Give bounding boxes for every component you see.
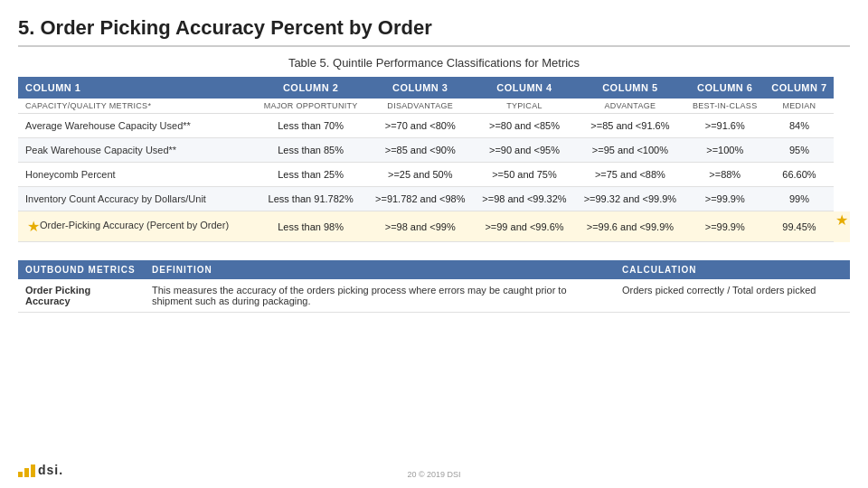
cell-3-0: Inventory Count Accuracy by Dollars/Unit	[18, 187, 255, 211]
bottom-cell-0-0: Order Picking Accuracy	[18, 279, 145, 313]
star-badge-left: ★	[27, 218, 40, 235]
cell-2-2: >=25 and 50%	[366, 163, 474, 187]
table-caption: Table 5. Quintile Performance Classifica…	[18, 56, 850, 70]
col1-header: COLUMN 1	[18, 77, 255, 99]
cell-4-5: >=99.9%	[685, 211, 765, 242]
star-badge: ★	[835, 211, 848, 229]
col2-header: COLUMN 2	[255, 77, 367, 99]
bottom-col3-header: CALCULATION	[615, 260, 850, 279]
page-number: 20 © 2019 DSI	[407, 470, 460, 479]
sub-col1: CAPACITY/QUALITY METRICS*	[18, 99, 255, 114]
cell-3-2: >=91.782 and <98%	[366, 187, 474, 211]
table-row: Average Warehouse Capacity Used**Less th…	[18, 114, 850, 138]
bottom-col2-header: DEFINITION	[145, 260, 615, 279]
table-subheader-row: CAPACITY/QUALITY METRICS* MAJOR OPPORTUN…	[18, 99, 850, 114]
footer-logo: dsi.	[18, 463, 63, 477]
cell-0-3: >=80 and <85%	[474, 114, 575, 138]
table-row: Inventory Count Accuracy by Dollars/Unit…	[18, 187, 850, 211]
col3-header: COLUMN 3	[366, 77, 474, 99]
sub-col2: MAJOR OPPORTUNITY	[255, 99, 367, 114]
bottom-cell-0-1: This measures the accuracy of the orders…	[145, 279, 615, 313]
cell-4-3: >=99 and <99.6%	[474, 211, 575, 242]
table-row: ★Order-Picking Accuracy (Percent by Orde…	[18, 211, 850, 242]
cell-0-2: >=70 and <80%	[366, 114, 474, 138]
bottom-section: OUTBOUND METRICS DEFINITION CALCULATION …	[18, 260, 850, 313]
cell-0-5: >=91.6%	[685, 114, 765, 138]
bottom-header-row: OUTBOUND METRICS DEFINITION CALCULATION	[18, 260, 850, 279]
footer: 20 © 2019 DSI	[0, 470, 868, 479]
sub-col5: ADVANTAGE	[575, 99, 685, 114]
col7-header: COLUMN 7	[765, 77, 835, 99]
cell-4-1: Less than 98%	[255, 211, 367, 242]
dsi-bar	[24, 468, 29, 477]
cell-1-1: Less than 85%	[255, 138, 367, 163]
cell-0-6: 84%	[765, 114, 835, 138]
sub-col6: BEST-IN-CLASS	[685, 99, 765, 114]
col5-header: COLUMN 5	[575, 77, 685, 99]
cell-4-6: 99.45%	[765, 211, 835, 242]
sub-col3: DISADVANTAGE	[366, 99, 474, 114]
dsi-bar	[31, 465, 35, 477]
cell-1-4: >=95 and <100%	[575, 138, 685, 163]
cell-0-4: >=85 and <91.6%	[575, 114, 685, 138]
cell-4-4: >=99.6 and <99.9%	[575, 211, 685, 242]
table-body: Average Warehouse Capacity Used**Less th…	[18, 114, 850, 242]
bottom-cell-0-2: Orders picked correctly / Total orders p…	[615, 279, 850, 313]
cell-4-0: ★Order-Picking Accuracy (Percent by Orde…	[18, 211, 255, 242]
cell-1-2: >=85 and <90%	[366, 138, 474, 163]
cell-3-3: >=98 and <99.32%	[474, 187, 575, 211]
cell-3-5: >=99.9%	[685, 187, 765, 211]
section-divider	[18, 45, 850, 47]
dsi-bar	[18, 472, 23, 477]
sub-col4: TYPICAL	[474, 99, 575, 114]
dsi-bars	[18, 465, 35, 477]
table-header-row: COLUMN 1 COLUMN 2 COLUMN 3 COLUMN 4 COLU…	[18, 77, 850, 99]
cell-1-6: 95%	[765, 138, 835, 163]
cell-2-3: >=50 and 75%	[474, 163, 575, 187]
bottom-table-row: Order Picking AccuracyThis measures the …	[18, 279, 850, 313]
cell-0-0: Average Warehouse Capacity Used**	[18, 114, 255, 138]
bottom-table-body: Order Picking AccuracyThis measures the …	[18, 279, 850, 313]
bottom-col1-header: OUTBOUND METRICS	[18, 260, 145, 279]
cell-2-0: Honeycomb Percent	[18, 163, 255, 187]
cell-3-6: 99%	[765, 187, 835, 211]
table-row: Peak Warehouse Capacity Used**Less than …	[18, 138, 850, 163]
bottom-table: OUTBOUND METRICS DEFINITION CALCULATION …	[18, 260, 850, 313]
sub-col7: MEDIAN	[765, 99, 835, 114]
cell-1-5: >=100%	[685, 138, 765, 163]
cell-0-1: Less than 70%	[255, 114, 367, 138]
cell-2-5: >=88%	[685, 163, 765, 187]
cell-1-0: Peak Warehouse Capacity Used**	[18, 138, 255, 163]
dsi-logo-text: dsi.	[38, 463, 63, 477]
table-row: Honeycomb PercentLess than 25%>=25 and 5…	[18, 163, 850, 187]
main-table: COLUMN 1 COLUMN 2 COLUMN 3 COLUMN 4 COLU…	[18, 77, 850, 242]
cell-1-3: >=90 and <95%	[474, 138, 575, 163]
col6-header: COLUMN 6	[685, 77, 765, 99]
cell-3-1: Less than 91.782%	[255, 187, 367, 211]
cell-2-1: Less than 25%	[255, 163, 367, 187]
dsi-logo: dsi.	[18, 463, 63, 477]
page-title: 5. Order Picking Accuracy Percent by Ord…	[18, 16, 850, 40]
col4-header: COLUMN 4	[474, 77, 575, 99]
cell-3-4: >=99.32 and <99.9%	[575, 187, 685, 211]
cell-4-2: >=98 and <99%	[366, 211, 474, 242]
cell-2-6: 66.60%	[765, 163, 835, 187]
page: 5. Order Picking Accuracy Percent by Ord…	[0, 0, 868, 488]
cell-2-4: >=75 and <88%	[575, 163, 685, 187]
